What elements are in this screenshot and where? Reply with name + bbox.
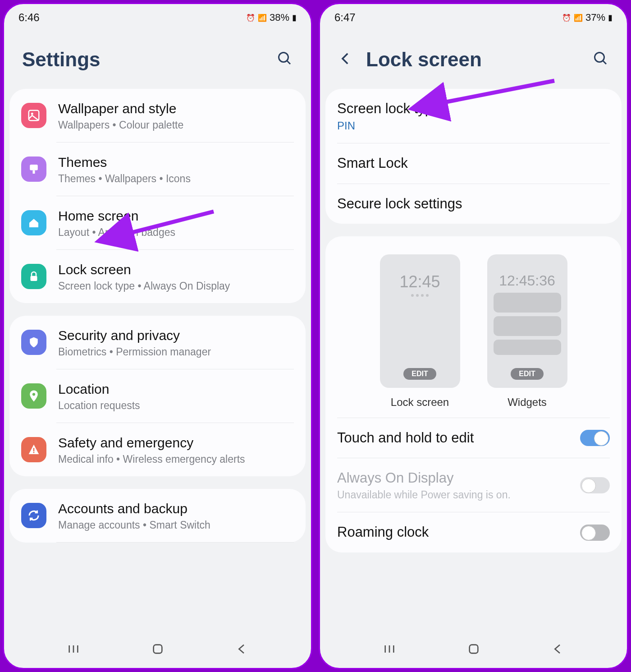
svg-point-7 <box>32 393 35 396</box>
edit-button[interactable]: EDIT <box>511 368 543 380</box>
alarm-icon: ⏰ <box>562 14 571 22</box>
row-title: Lock screen <box>58 261 294 278</box>
settings-row-safety[interactable]: Safety and emergencyMedical info • Wirel… <box>21 423 294 476</box>
svg-rect-8 <box>33 448 35 451</box>
row-title: Security and privacy <box>58 327 294 344</box>
preview-time: 12:45 <box>399 272 440 291</box>
search-button[interactable] <box>277 51 293 69</box>
row-title: Wallpaper and style <box>58 100 294 117</box>
row-sub: Wallpapers • Colour palette <box>58 119 294 131</box>
nav-recent-button[interactable] <box>66 642 81 658</box>
row-sub: Layout • App icon badges <box>58 226 294 239</box>
lock-screen-list: Screen lock typePIN Smart Lock Secure lo… <box>320 89 627 632</box>
status-bar: 6:47 ⏰ 📶 37% ▮ <box>320 4 627 26</box>
svg-rect-6 <box>31 276 37 281</box>
wifi-icon: 📶 <box>258 14 267 22</box>
preview-label: Widgets <box>508 396 547 409</box>
toggle-touch-hold[interactable] <box>580 430 610 446</box>
row-sub: Manage accounts • Smart Switch <box>58 519 294 531</box>
svg-rect-13 <box>153 645 162 654</box>
battery-text: 37% <box>585 12 605 23</box>
preview-row: 12:45 EDIT Lock screen 12:45:36 EDIT Wid… <box>337 236 610 418</box>
preview-lock-screen[interactable]: 12:45 EDIT Lock screen <box>380 254 460 409</box>
settings-row-accounts[interactable]: Accounts and backupManage accounts • Sma… <box>21 489 294 542</box>
home-icon <box>21 210 46 235</box>
svg-line-1 <box>287 61 291 64</box>
row-sub: PIN <box>337 120 610 132</box>
preview-time: 12:45:36 <box>499 272 555 289</box>
row-sub: Location requests <box>58 400 294 412</box>
row-title: Smart Lock <box>337 154 610 172</box>
back-button[interactable] <box>338 51 353 68</box>
status-time: 6:46 <box>18 11 40 24</box>
edit-button[interactable]: EDIT <box>403 368 436 380</box>
nav-recent-button[interactable] <box>382 642 397 658</box>
status-bar: 6:46 ⏰ 📶 38% ▮ <box>4 4 311 26</box>
brush-icon <box>21 156 46 182</box>
row-always-on-display: Always On DisplayUnavailable while Power… <box>337 458 610 512</box>
row-title: Safety and emergency <box>58 434 294 451</box>
preview-and-toggles: 12:45 EDIT Lock screen 12:45:36 EDIT Wid… <box>325 236 622 552</box>
row-sub: Biometrics • Permission manager <box>58 346 294 358</box>
phone-lock-screen: 6:47 ⏰ 📶 37% ▮ Lock screen Screen lock t… <box>319 3 628 669</box>
row-sub: Screen lock type • Always On Display <box>58 280 294 292</box>
search-button[interactable] <box>593 51 609 69</box>
row-sub: Themes • Wallpapers • Icons <box>58 173 294 185</box>
svg-point-15 <box>595 53 604 62</box>
image-icon <box>21 103 46 128</box>
nav-back-button[interactable] <box>551 642 565 658</box>
settings-list: Wallpaper and styleWallpapers • Colour p… <box>4 89 311 632</box>
svg-rect-20 <box>469 645 478 654</box>
row-touch-hold-edit[interactable]: Touch and hold to edit <box>337 418 610 458</box>
row-roaming-clock[interactable]: Roaming clock <box>337 512 610 552</box>
nav-back-button[interactable] <box>235 642 249 658</box>
row-title: Screen lock type <box>337 100 610 118</box>
battery-text: 38% <box>270 12 289 23</box>
row-secure-lock-settings[interactable]: Secure lock settings <box>337 184 610 224</box>
row-title: Touch and hold to edit <box>337 429 568 447</box>
row-title: Themes <box>58 153 294 171</box>
pin-icon <box>21 383 46 409</box>
wifi-icon: 📶 <box>574 14 583 22</box>
settings-row-home[interactable]: Home screenLayout • App icon badges <box>21 196 294 249</box>
svg-rect-9 <box>33 452 35 453</box>
settings-row-security[interactable]: Security and privacyBiometrics • Permiss… <box>21 316 294 369</box>
lock-icon <box>21 264 46 289</box>
settings-group: Security and privacyBiometrics • Permiss… <box>9 316 306 476</box>
row-title: Location <box>58 380 294 398</box>
svg-line-16 <box>603 61 607 64</box>
row-title: Home screen <box>58 207 294 225</box>
row-screen-lock-type[interactable]: Screen lock typePIN <box>337 89 610 143</box>
row-sub: Medical info • Wireless emergency alerts <box>58 453 294 465</box>
settings-group: Wallpaper and styleWallpapers • Colour p… <box>9 89 306 303</box>
svg-point-0 <box>279 53 288 62</box>
row-title: Always On Display <box>337 469 568 487</box>
settings-group: Accounts and backupManage accounts • Sma… <box>9 489 306 543</box>
svg-rect-5 <box>33 170 35 174</box>
svg-rect-4 <box>30 165 38 170</box>
nav-home-button[interactable] <box>151 642 165 658</box>
settings-row-wallpaper[interactable]: Wallpaper and styleWallpapers • Colour p… <box>21 89 294 142</box>
page-header: Settings <box>4 26 311 89</box>
status-time: 6:47 <box>334 11 356 24</box>
preview-widgets[interactable]: 12:45:36 EDIT Widgets <box>487 254 567 409</box>
row-sub: Unavailable while Power saving is on. <box>337 489 568 501</box>
settings-row-themes[interactable]: ThemesThemes • Wallpapers • Icons <box>21 143 294 196</box>
nav-home-button[interactable] <box>466 642 481 658</box>
sync-icon <box>21 503 46 528</box>
lock-settings-group: Screen lock typePIN Smart Lock Secure lo… <box>325 89 622 224</box>
row-title: Accounts and backup <box>58 500 294 517</box>
page-title: Settings <box>22 48 264 71</box>
settings-row-lock-screen[interactable]: Lock screenScreen lock type • Always On … <box>21 250 294 303</box>
row-smart-lock[interactable]: Smart Lock <box>337 143 610 183</box>
toggle-roaming-clock[interactable] <box>580 525 610 541</box>
status-right: ⏰ 📶 38% ▮ <box>246 12 297 23</box>
alert-icon <box>21 437 46 462</box>
settings-row-location[interactable]: LocationLocation requests <box>21 369 294 423</box>
svg-point-3 <box>31 113 33 115</box>
battery-icon: ▮ <box>292 13 297 23</box>
page-title: Lock screen <box>366 48 580 71</box>
alarm-icon: ⏰ <box>246 14 255 22</box>
shield-icon <box>21 330 46 355</box>
nav-bar <box>4 632 311 668</box>
